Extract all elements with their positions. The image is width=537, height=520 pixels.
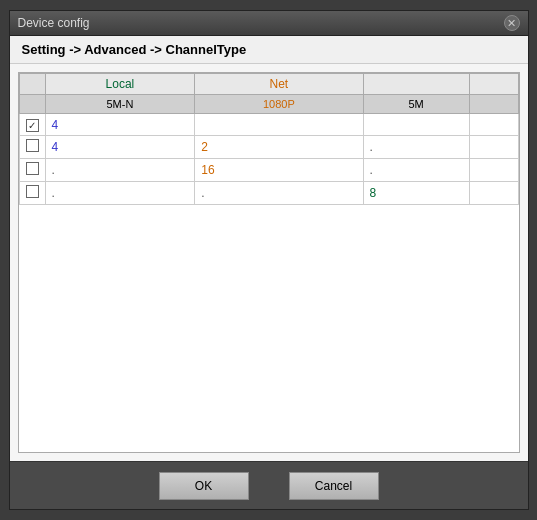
check-col-header (19, 74, 45, 95)
breadcrumb: Setting -> Advanced -> ChannelType (10, 36, 528, 64)
content-area: Local Net 5M-N 1080P 5M ✓442..16...8 (10, 64, 528, 461)
col-5m: 5M (363, 95, 469, 114)
breadcrumb-text: Setting -> Advanced -> ChannelType (22, 42, 247, 57)
cell-local-5mn: 4 (45, 136, 195, 159)
col-extra (469, 95, 518, 114)
row-checkbox[interactable] (26, 185, 39, 198)
cell-net-5m: . (363, 136, 469, 159)
col-header-row: 5M-N 1080P 5M (19, 95, 518, 114)
cell-net-5m: 8 (363, 182, 469, 205)
table-body: ✓442..16...8 (19, 114, 518, 205)
net-1080p-group-header: Net (195, 74, 363, 95)
cell-extra (469, 136, 518, 159)
cell-extra (469, 114, 518, 136)
cancel-button[interactable]: Cancel (289, 472, 379, 500)
window-title: Device config (18, 16, 90, 30)
table-row: .16. (19, 159, 518, 182)
extra-group-header (469, 74, 518, 95)
close-icon: ✕ (507, 17, 516, 30)
cell-net-1080p: . (195, 182, 363, 205)
ok-button[interactable]: OK (159, 472, 249, 500)
cell-net-1080p: 16 (195, 159, 363, 182)
cell-extra (469, 182, 518, 205)
col-5mn: 5M-N (45, 95, 195, 114)
cell-net-5m: . (363, 159, 469, 182)
group-header-row: Local Net (19, 74, 518, 95)
channel-type-table: Local Net 5M-N 1080P 5M ✓442..16...8 (19, 73, 519, 205)
local-group-header: Local (45, 74, 195, 95)
cell-local-5mn: . (45, 182, 195, 205)
cell-net-1080p (195, 114, 363, 136)
row-checkbox[interactable] (26, 139, 39, 152)
row-checkbox[interactable]: ✓ (26, 119, 39, 132)
row-checkbox[interactable] (26, 162, 39, 175)
cell-extra (469, 159, 518, 182)
table-row: ..8 (19, 182, 518, 205)
cell-local-5mn: 4 (45, 114, 195, 136)
table-row: ✓4 (19, 114, 518, 136)
checkbox-cell[interactable] (19, 182, 45, 205)
col-1080p: 1080P (195, 95, 363, 114)
title-bar: Device config ✕ (10, 11, 528, 36)
cell-net-5m (363, 114, 469, 136)
net-5m-group-header (363, 74, 469, 95)
table-row: 42. (19, 136, 518, 159)
checkbox-cell[interactable]: ✓ (19, 114, 45, 136)
checkbox-col (19, 95, 45, 114)
close-button[interactable]: ✕ (504, 15, 520, 31)
footer: OK Cancel (10, 461, 528, 509)
checkbox-cell[interactable] (19, 136, 45, 159)
cell-net-1080p: 2 (195, 136, 363, 159)
checkbox-cell[interactable] (19, 159, 45, 182)
cell-local-5mn: . (45, 159, 195, 182)
channel-type-table-container: Local Net 5M-N 1080P 5M ✓442..16...8 (18, 72, 520, 453)
device-config-window: Device config ✕ Setting -> Advanced -> C… (9, 10, 529, 510)
